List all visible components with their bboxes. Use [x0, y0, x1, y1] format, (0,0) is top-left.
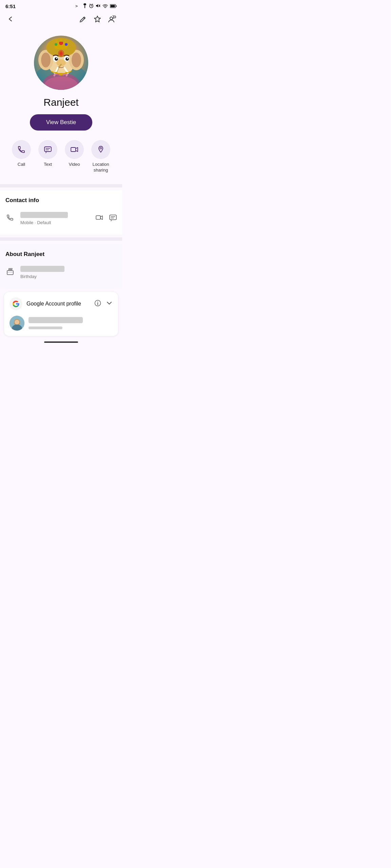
phone-row: Mobile · Default [5, 209, 117, 228]
svg-point-16 [110, 17, 113, 20]
profile-section: Ranjeet View Bestie Call Text [0, 30, 122, 181]
edit-icon[interactable] [79, 15, 87, 25]
location-circle [91, 140, 110, 159]
text-label: Text [44, 162, 52, 167]
svg-rect-51 [44, 147, 51, 152]
svg-rect-54 [71, 147, 76, 152]
bottom-area [0, 341, 122, 352]
google-profile-row [10, 316, 113, 331]
video-circle [65, 140, 84, 159]
google-profile-name-blurred [29, 317, 83, 329]
section-divider-2 [0, 237, 122, 241]
action-buttons: Call Text Video [5, 140, 117, 173]
svg-point-26 [41, 53, 51, 67]
birthday-sublabel: Birthday [20, 274, 64, 279]
google-account-section: Google Account profile [4, 292, 118, 336]
google-header: Google Account profile [10, 297, 113, 310]
svg-point-27 [72, 53, 81, 67]
status-icons: >_ [75, 3, 117, 9]
birthday-info-left: Birthday [5, 266, 64, 279]
contact-info-section: Contact info Mobile · Default [0, 190, 122, 235]
svg-point-40 [56, 58, 57, 59]
google-expand-icon[interactable] [106, 300, 113, 308]
svg-point-44 [60, 53, 62, 55]
svg-marker-7 [96, 4, 98, 7]
birthday-text-block: Birthday [20, 266, 64, 279]
phone-actions [96, 214, 117, 223]
battery-icon [110, 4, 117, 9]
svg-point-31 [55, 43, 57, 46]
google-header-right [94, 300, 113, 308]
svg-point-50 [65, 72, 67, 74]
phone-sublabel: Mobile · Default [20, 220, 68, 225]
svg-point-17 [114, 16, 116, 18]
birthday-date-blurred [20, 266, 64, 272]
svg-line-5 [90, 4, 90, 5]
alarm-icon [89, 3, 94, 9]
back-button[interactable] [5, 14, 16, 26]
contact-info-title: Contact info [5, 197, 117, 204]
status-time: 6:51 [5, 3, 16, 9]
svg-line-14 [83, 18, 85, 19]
star-icon[interactable] [94, 15, 101, 25]
status-bar: 6:51 >_ [0, 0, 122, 11]
svg-line-19 [113, 15, 114, 16]
svg-marker-1 [83, 3, 86, 8]
google-header-left: Google Account profile [10, 297, 81, 310]
video-call-icon[interactable] [96, 214, 103, 223]
about-section: About Ranjeet Birthday [0, 244, 122, 289]
svg-point-72 [15, 320, 19, 324]
google-profile-avatar [10, 316, 24, 331]
scroll-indicator [44, 341, 78, 343]
google-logo-icon [10, 297, 22, 310]
location-action[interactable]: Location sharing [89, 140, 113, 173]
svg-rect-56 [96, 216, 100, 219]
svg-line-6 [92, 4, 93, 5]
about-title: About Ranjeet [5, 251, 117, 258]
svg-point-41 [67, 58, 68, 59]
top-nav [0, 11, 122, 30]
svg-rect-13 [111, 5, 115, 7]
video-label: Video [69, 162, 80, 167]
section-divider-1 [0, 184, 122, 188]
svg-point-10 [105, 8, 106, 8]
text-circle [38, 140, 57, 159]
terminal-icon: >_ [75, 3, 81, 9]
wifi-icon [103, 4, 108, 9]
mute-icon [96, 3, 100, 9]
location-label: Location sharing [89, 162, 113, 173]
svg-point-68 [97, 301, 98, 302]
phone-info-left: Mobile · Default [5, 212, 68, 225]
contact-name: Ranjeet [43, 97, 78, 108]
svg-point-48 [60, 73, 62, 76]
view-bestie-button[interactable]: View Bestie [30, 114, 93, 131]
birthday-row: Birthday [5, 263, 117, 282]
svg-point-55 [100, 147, 102, 149]
svg-rect-57 [110, 215, 116, 220]
call-circle [12, 140, 31, 159]
message-icon[interactable] [109, 214, 117, 223]
text-action[interactable]: Text [36, 140, 60, 173]
phone-text-block: Mobile · Default [20, 212, 68, 225]
svg-point-32 [65, 43, 68, 46]
nav-actions [79, 15, 117, 25]
svg-marker-15 [94, 16, 100, 22]
phone-number-blurred [20, 212, 68, 218]
flashlight-icon [83, 3, 87, 9]
phone-icon [5, 214, 15, 223]
video-action[interactable]: Video [62, 140, 87, 173]
share-contact-icon[interactable] [108, 15, 117, 25]
call-action[interactable]: Call [9, 140, 34, 173]
svg-rect-60 [7, 271, 13, 275]
google-account-title: Google Account profile [26, 301, 81, 307]
svg-text:>_: >_ [75, 4, 80, 8]
svg-rect-12 [116, 5, 117, 7]
google-info-icon[interactable] [94, 300, 101, 308]
call-label: Call [18, 162, 25, 167]
birthday-icon [5, 268, 15, 277]
svg-point-49 [55, 72, 57, 74]
avatar [34, 36, 88, 90]
